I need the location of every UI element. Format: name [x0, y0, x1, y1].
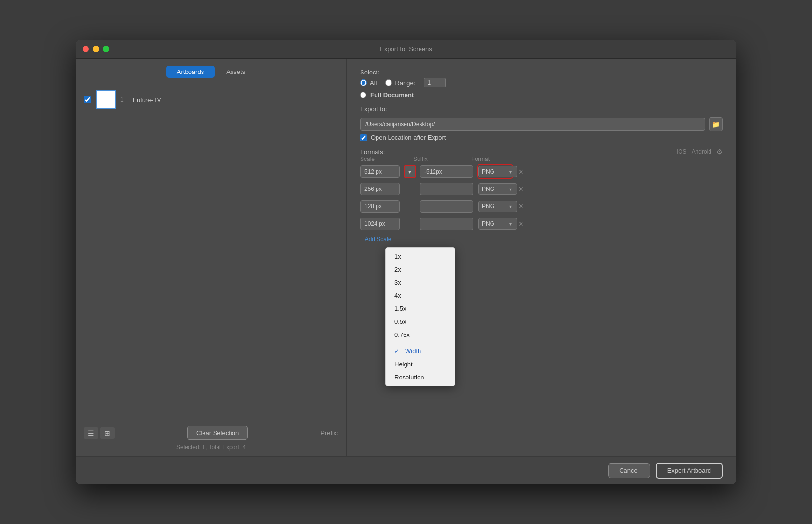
radio-range-input[interactable] — [385, 79, 392, 86]
right-panel: Select: All Range: Full Document — [347, 59, 736, 456]
col-format-header: Format — [466, 156, 490, 162]
dropdown-item-3x[interactable]: ✓ 3x — [386, 276, 455, 289]
dropdown-item-1-5x[interactable]: ✓ 1.5x — [386, 302, 455, 315]
format-select-wrapper-2: PNG JPG ▾ — [477, 182, 513, 196]
full-document-label: Full Document — [370, 91, 414, 99]
radio-full-document[interactable] — [360, 92, 366, 98]
tab-artboards[interactable]: Artboards — [166, 66, 215, 78]
open-after-export-label: Open Location after Export — [371, 134, 446, 141]
clear-selection-button[interactable]: Clear Selection — [187, 426, 248, 440]
col-suffix-header: Suffix — [404, 156, 466, 162]
remove-row-4-button[interactable]: ✕ — [517, 220, 525, 228]
radio-group: All Range: — [360, 78, 723, 87]
artboard-item: 1 Future-TV — [84, 87, 338, 112]
prefix-label: Prefix: — [320, 429, 338, 437]
suffix-input-4[interactable] — [420, 218, 473, 230]
export-to-section: Export to: 📁 Open Location after Export — [360, 105, 723, 141]
window-title: Export for Screens — [380, 45, 432, 53]
remove-row-2-button[interactable]: ✕ — [517, 185, 525, 193]
status-text: Selected: 1, Total Export: 4 — [84, 444, 338, 451]
titlebar: Export for Screens — [76, 40, 736, 59]
minimize-button[interactable] — [93, 46, 99, 52]
window-controls — [83, 46, 109, 52]
format-select-3[interactable]: PNG JPG — [478, 201, 517, 212]
suffix-input-3[interactable] — [420, 200, 473, 213]
radio-range-label: Range: — [395, 79, 415, 87]
tabs-bar: Artboards Assets — [76, 59, 346, 83]
formats-header: Formats: iOS Android ⚙ — [360, 148, 723, 156]
radio-all-input[interactable] — [360, 79, 367, 86]
left-panel: Artboards Assets 1 Future-TV ☰ — [76, 59, 347, 456]
close-button[interactable] — [83, 46, 89, 52]
scale-dropdown-btn-1[interactable]: ▼ — [404, 165, 416, 178]
format-row-2: PNG JPG ▾ ✕ — [360, 182, 723, 196]
remove-row-1-button[interactable]: ✕ — [517, 168, 525, 175]
scale-input-4[interactable] — [360, 218, 400, 230]
grid-view-button[interactable]: ⊞ — [100, 427, 115, 439]
scale-dropdown-menu: ✓ 1x ✓ 2x ✓ 3x ✓ 4x ✓ 1.5x — [385, 247, 455, 386]
dropdown-item-4x[interactable]: ✓ 4x — [386, 289, 455, 302]
cancel-button[interactable]: Cancel — [608, 463, 650, 478]
tab-assets[interactable]: Assets — [216, 66, 256, 78]
artboard-number: 1 — [120, 96, 128, 103]
formats-section: Formats: iOS Android ⚙ Scale Suffix Form… — [360, 148, 723, 245]
maximize-button[interactable] — [103, 46, 109, 52]
settings-icon[interactable]: ⚙ — [716, 148, 723, 156]
dropdown-item-height[interactable]: ✓ Height — [386, 358, 455, 371]
dropdown-item-0-75x[interactable]: ✓ 0.75x — [386, 328, 455, 341]
artboard-name: Future-TV — [133, 96, 161, 103]
dropdown-item-width[interactable]: ✓ Width — [386, 345, 455, 358]
browse-folder-button[interactable]: 📁 — [709, 117, 723, 131]
format-select-1[interactable]: PNG JPG SVG PDF — [478, 166, 517, 177]
col-scale-header: Scale — [360, 156, 404, 162]
format-row-3: PNG JPG ▾ ✕ — [360, 199, 723, 214]
scale-input-1[interactable] — [360, 165, 400, 178]
columns-header: Scale Suffix Format — [360, 156, 723, 164]
radio-range: Range: — [385, 79, 415, 87]
artboards-list: 1 Future-TV — [76, 83, 346, 420]
dropdown-item-2x[interactable]: ✓ 2x — [386, 263, 455, 276]
format-select-4[interactable]: PNG JPG — [478, 218, 517, 230]
view-toggle: ☰ ⊞ — [84, 427, 115, 439]
formats-label: Formats: — [360, 148, 385, 156]
suffix-input-2[interactable] — [420, 183, 473, 195]
radio-all-label: All — [370, 79, 377, 87]
main-content: Artboards Assets 1 Future-TV ☰ — [76, 59, 736, 456]
open-after-export-checkbox[interactable] — [360, 134, 367, 141]
select-section: Select: All Range: Full Document — [360, 69, 723, 99]
format-select-2[interactable]: PNG JPG — [478, 183, 517, 195]
format-select-wrapper-4: PNG JPG ▾ — [477, 217, 513, 231]
select-label: Select: — [360, 69, 723, 76]
artboard-checkbox[interactable] — [84, 96, 91, 103]
export-to-row: 📁 — [360, 117, 723, 131]
dropdown-item-1x[interactable]: ✓ 1x — [386, 250, 455, 263]
dropdown-item-0-5x[interactable]: ✓ 0.5x — [386, 315, 455, 328]
check-icon: ✓ — [394, 348, 401, 355]
range-value-input[interactable] — [424, 78, 446, 87]
export-artboard-button[interactable]: Export Artboard — [656, 463, 723, 479]
remove-row-3-button[interactable]: ✕ — [517, 203, 525, 210]
grid-icon: ⊞ — [104, 429, 110, 437]
formats-actions: iOS Android ⚙ — [677, 148, 723, 156]
add-scale-button[interactable]: + Add Scale — [360, 234, 391, 245]
full-document-row: Full Document — [360, 91, 723, 99]
ios-label[interactable]: iOS — [677, 148, 687, 155]
dropdown-item-resolution[interactable]: ✓ Resolution — [386, 371, 455, 384]
format-select-wrapper-1: PNG JPG SVG PDF ▾ — [477, 164, 513, 179]
artboard-thumbnail — [96, 90, 116, 109]
bottom-row: ☰ ⊞ Clear Selection Prefix: — [84, 426, 338, 440]
scale-input-3[interactable] — [360, 200, 400, 213]
export-path-input[interactable] — [360, 118, 705, 131]
format-row-4: PNG JPG ▾ ✕ — [360, 217, 723, 231]
suffix-input-1[interactable] — [420, 165, 473, 178]
format-select-wrapper-3: PNG JPG ▾ — [477, 199, 513, 214]
folder-icon: 📁 — [712, 121, 720, 128]
radio-all: All — [360, 79, 377, 87]
export-window: Export for Screens Artboards Assets 1 Fu… — [76, 40, 736, 484]
android-label[interactable]: Android — [692, 148, 711, 155]
scale-input-2[interactable] — [360, 183, 400, 195]
list-icon: ☰ — [88, 429, 94, 437]
list-view-button[interactable]: ☰ — [84, 427, 98, 439]
open-after-export-row: Open Location after Export — [360, 134, 723, 141]
format-row-1: ▼ PNG JPG SVG PDF ▾ ✕ — [360, 164, 723, 179]
